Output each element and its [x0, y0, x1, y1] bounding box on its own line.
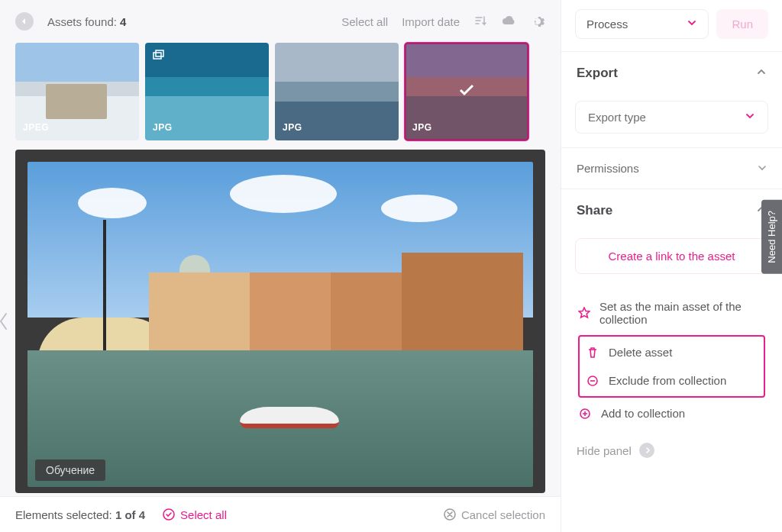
add-to-collection-action[interactable]: Add to collection [572, 399, 771, 427]
chevron-down-icon [687, 18, 697, 31]
cloud-upload-icon[interactable] [501, 14, 516, 29]
thumbnail[interactable]: JPEG [15, 43, 139, 140]
process-dropdown[interactable]: Process [575, 9, 709, 39]
share-panel: Share Create a link to the asset [561, 189, 782, 288]
permissions-panel: Permissions [561, 147, 782, 189]
preview-frame: Обучение [15, 150, 545, 493]
delete-asset-action[interactable]: Delete asset [580, 338, 764, 366]
permissions-panel-head[interactable]: Permissions [561, 148, 782, 189]
format-badge: JPG [412, 122, 432, 133]
import-date-sort[interactable]: Import date [402, 15, 460, 28]
select-all-button[interactable]: Select all [162, 508, 227, 521]
exclude-action[interactable]: Exclude from collection [580, 366, 764, 395]
toolbar: Assets found: 4 Select all Import date [0, 0, 561, 43]
back-button[interactable] [15, 12, 34, 31]
set-main-action[interactable]: Set as the main asset of the collection [572, 292, 771, 334]
need-help-tab[interactable]: Need Help? [761, 200, 782, 274]
highlighted-actions: Delete asset Exclude from collection [578, 335, 765, 398]
svg-rect-0 [153, 53, 161, 59]
plus-circle-icon [578, 408, 592, 420]
thumbnail[interactable]: JPG [405, 43, 528, 140]
thumbnail[interactable]: JPG [275, 43, 399, 140]
prev-arrow[interactable] [0, 312, 9, 334]
chevron-up-icon [756, 66, 767, 81]
assets-found-label: Assets found: 4 [47, 15, 126, 28]
star-icon [578, 307, 590, 319]
svg-rect-1 [156, 50, 163, 56]
process-row: Process Run [561, 3, 782, 51]
check-icon [456, 79, 477, 104]
thumbnail-strip: JPEG JPG JPG JPG [0, 43, 561, 150]
chevron-down-icon [745, 111, 755, 124]
select-all-top[interactable]: Select all [341, 15, 388, 28]
bottom-bar: Elements selected: 1 of 4 Select all Can… [0, 496, 561, 532]
actions-list: Set as the main asset of the collection … [561, 288, 782, 432]
export-panel-head[interactable]: Export [561, 52, 782, 95]
collapse-icon [639, 443, 654, 458]
share-panel-head[interactable]: Share [561, 189, 782, 232]
trash-icon [586, 347, 599, 359]
create-link-button[interactable]: Create a link to the asset [575, 238, 768, 274]
gear-icon[interactable] [530, 14, 545, 29]
minus-circle-icon [586, 375, 599, 387]
export-panel: Export Export type [561, 51, 782, 147]
hide-panel-button[interactable]: Hide panel [561, 432, 782, 469]
export-type-dropdown[interactable]: Export type [575, 101, 768, 134]
preview-image[interactable] [27, 162, 533, 487]
cancel-selection-button[interactable]: Cancel selection [443, 508, 545, 521]
format-badge: JPG [153, 122, 173, 133]
preview-tag[interactable]: Обучение [35, 459, 105, 481]
sidebar: Process Run Export Export type [561, 0, 782, 532]
format-badge: JPEG [23, 122, 49, 133]
thumbnail[interactable]: JPG [145, 43, 269, 140]
format-badge: JPG [283, 122, 302, 133]
preview-area: Обучение [0, 150, 561, 496]
run-button[interactable]: Run [716, 9, 768, 39]
chevron-down-icon [758, 162, 767, 175]
sort-icon[interactable] [473, 15, 487, 28]
stack-icon [151, 49, 165, 66]
selection-count: Elements selected: 1 of 4 [15, 508, 145, 521]
